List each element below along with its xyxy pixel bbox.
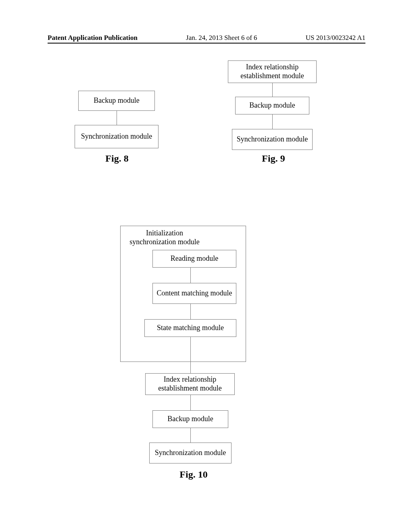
fig10-content-matching-module-box: Content matching module <box>152 283 236 304</box>
fig10-reading-label: Reading module <box>171 254 218 263</box>
fig8-backup-label: Backup module <box>94 96 139 105</box>
fig10-state-matching-module-box: State matching module <box>144 319 236 337</box>
header-rule <box>48 43 365 44</box>
fig8-connector <box>117 111 117 125</box>
fig10-sync-label: Synchronization module <box>155 449 226 457</box>
fig10-connector-4 <box>190 395 191 410</box>
fig9-caption: Fig. 9 <box>245 153 302 164</box>
fig8-synchronization-module-box: Synchronization module <box>75 125 159 148</box>
fig9-backup-module-box: Backup module <box>235 97 309 114</box>
fig9-connector-1 <box>272 83 273 97</box>
fig10-reading-module-box: Reading module <box>152 250 236 268</box>
fig8-backup-module-box: Backup module <box>78 91 155 111</box>
fig10-initialization-sync-label: Initialization synchronization module <box>124 229 205 246</box>
fig8-caption: Fig. 8 <box>89 153 145 164</box>
fig10-index-label: Index relationship establishment module <box>148 375 232 393</box>
patent-page: Patent Application Publication Jan. 24, … <box>0 0 413 532</box>
fig10-connector-3 <box>190 362 191 373</box>
fig9-index-label: Index relationship establishment module <box>231 63 314 80</box>
header-publication-number: US 2013/0023242 A1 <box>306 34 365 42</box>
fig10-connector-1 <box>190 268 191 283</box>
fig8-sync-label: Synchronization module <box>81 132 152 141</box>
fig9-index-relationship-module-box: Index relationship establishment module <box>228 60 317 83</box>
fig10-state-label: State matching module <box>157 324 224 332</box>
fig9-sync-label: Synchronization module <box>237 135 308 144</box>
fig9-connector-2 <box>272 114 273 129</box>
fig10-connector-5 <box>190 428 191 443</box>
fig10-backup-module-box: Backup module <box>152 410 228 428</box>
fig9-synchronization-module-box: Synchronization module <box>232 129 313 150</box>
fig9-backup-label: Backup module <box>249 101 295 110</box>
fig10-connector-2b <box>190 337 191 362</box>
fig10-index-relationship-module-box: Index relationship establishment module <box>145 373 235 395</box>
fig10-connector-2 <box>190 304 191 319</box>
fig10-synchronization-module-box: Synchronization module <box>149 443 232 463</box>
header-date-sheet: Jan. 24, 2013 Sheet 6 of 6 <box>186 34 257 42</box>
fig10-caption: Fig. 10 <box>161 469 226 480</box>
page-header: Patent Application Publication Jan. 24, … <box>48 34 365 42</box>
fig10-content-label: Content matching module <box>157 289 232 298</box>
fig10-backup-label: Backup module <box>167 415 213 424</box>
header-publication: Patent Application Publication <box>48 34 138 42</box>
